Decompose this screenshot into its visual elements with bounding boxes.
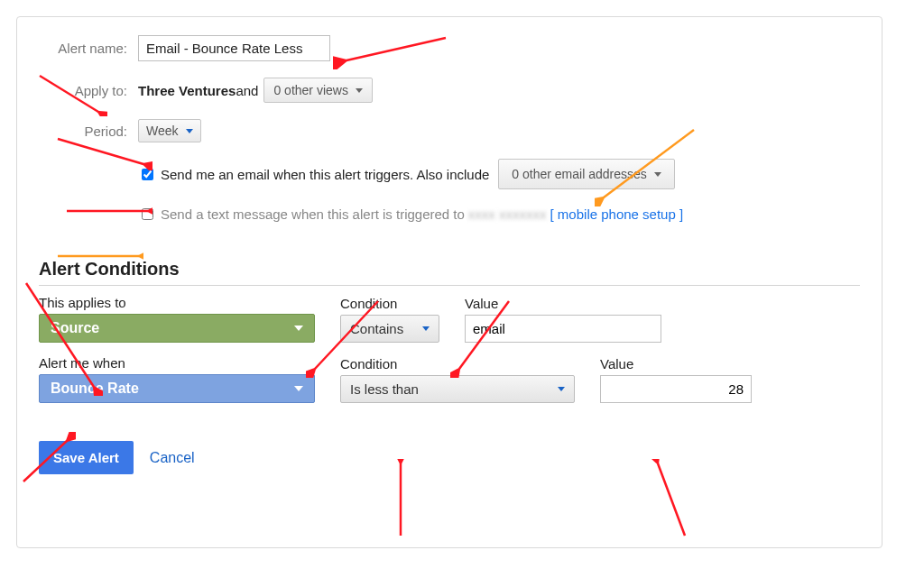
sms-notify-checkbox[interactable] — [142, 208, 153, 220]
divider — [39, 285, 860, 286]
period-label: Period: — [39, 124, 127, 139]
email-notify-row: Send me an email when this alert trigger… — [138, 159, 860, 189]
save-alert-button[interactable]: Save Alert — [39, 441, 134, 474]
caret-down-icon — [558, 387, 565, 391]
caret-down-icon — [294, 326, 303, 331]
alert-condition-dropdown[interactable]: Is less than — [340, 375, 575, 403]
other-emails-dropdown[interactable]: 0 other email addresses — [498, 159, 674, 189]
applies-value-label: Value — [465, 296, 661, 311]
period-dropdown[interactable]: Week — [138, 119, 201, 142]
period-row: Period: Week — [39, 119, 860, 142]
applies-condition-dropdown[interactable]: Contains — [340, 315, 439, 343]
applies-to-dropdown[interactable]: Source — [39, 314, 315, 343]
apply-to-and: and — [236, 83, 258, 98]
caret-down-icon — [186, 129, 193, 133]
applies-condition-label: Condition — [340, 296, 439, 311]
conditions-row-1: This applies to Source Condition Contain… — [39, 291, 860, 343]
period-value: Week — [146, 124, 179, 138]
mobile-phone-setup-link[interactable]: [ mobile phone setup ] — [550, 206, 684, 222]
applies-to-value: Source — [51, 320, 99, 336]
caret-down-icon — [422, 326, 430, 331]
alert-name-input[interactable] — [138, 35, 330, 61]
apply-to-view: Three Ventures — [138, 83, 236, 98]
alert-condition-value: Is less than — [350, 381, 419, 397]
cancel-link[interactable]: Cancel — [150, 450, 195, 466]
obscured-phone: xxxx xxxxxxx — [465, 206, 550, 222]
alert-value-label: Value — [600, 356, 752, 371]
applies-value-input[interactable] — [465, 315, 661, 343]
email-notify-text: Send me an email when this alert trigger… — [161, 167, 489, 182]
svg-line-9 — [658, 463, 685, 536]
alert-name-label: Alert name: — [39, 41, 127, 56]
alert-metric-dropdown[interactable]: Bounce Rate — [39, 374, 315, 403]
apply-to-label: Apply to: — [39, 83, 127, 98]
alert-form-panel: Alert name: Apply to: Three Ventures and… — [16, 16, 882, 548]
caret-down-icon — [294, 386, 303, 391]
applies-to-label: This applies to — [39, 295, 315, 310]
alert-condition-label: Condition — [340, 356, 575, 371]
alert-conditions-heading: Alert Conditions — [39, 259, 860, 280]
email-notify-checkbox[interactable] — [142, 169, 153, 180]
actions-row: Save Alert Cancel — [39, 441, 860, 474]
caret-down-icon — [356, 88, 363, 93]
svg-line-2 — [58, 139, 143, 164]
conditions-row-2: Alert me when Bounce Rate Condition Is l… — [39, 352, 860, 403]
sms-notify-text: Send a text message when this alert is t… — [161, 206, 465, 222]
alert-name-row: Alert name: — [39, 35, 860, 61]
other-views-label: 0 other views — [273, 83, 347, 97]
sms-notify-row: Send a text message when this alert is t… — [138, 206, 860, 223]
applies-condition-value: Contains — [350, 321, 403, 336]
apply-to-row: Apply to: Three Ventures and 0 other vie… — [39, 78, 860, 103]
other-views-dropdown[interactable]: 0 other views — [263, 78, 372, 103]
other-emails-label: 0 other email addresses — [512, 167, 646, 181]
alert-metric-value: Bounce Rate — [51, 381, 139, 397]
alert-value-input[interactable] — [600, 375, 752, 403]
caret-down-icon — [654, 172, 661, 177]
alert-metric-label: Alert me when — [39, 355, 315, 371]
